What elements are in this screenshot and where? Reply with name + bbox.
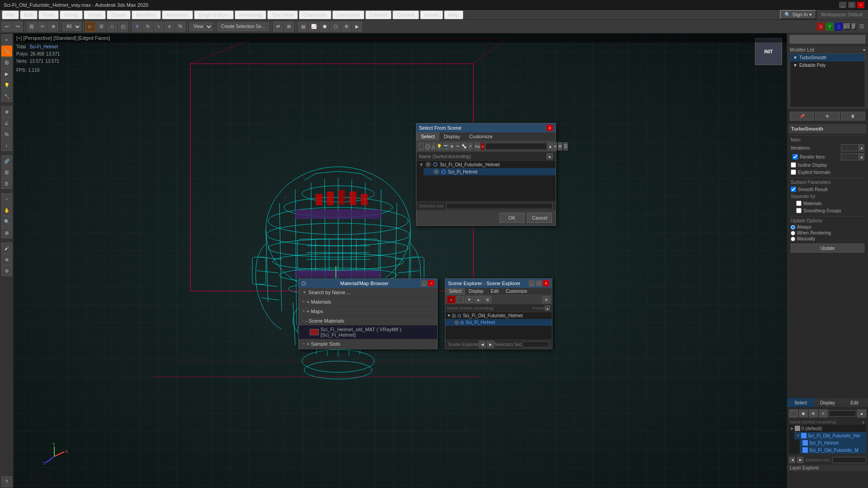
sfs-search-input[interactable] <box>485 143 547 150</box>
select-and-link[interactable]: 🔗 <box>1 155 12 166</box>
sfs-shape-btn[interactable]: △ <box>431 142 435 150</box>
named-selection-sets[interactable]: ☰ <box>1 178 12 189</box>
redo-button[interactable]: ↪ <box>13 22 23 32</box>
se-tab-edit[interactable]: Edit <box>487 288 502 295</box>
se-tab-select[interactable]: Select <box>445 288 465 295</box>
se-footer-btn-2[interactable]: ▶ <box>487 341 494 348</box>
mb-maps-header[interactable]: + + Maps <box>299 307 437 316</box>
sfs-selection-set-input[interactable] <box>446 203 553 209</box>
render-iters-checkbox[interactable] <box>793 154 798 160</box>
se-close-btn[interactable]: × <box>543 280 549 286</box>
se-item-old-futuristic[interactable]: ▼ Sci_Fi_Old_Futuristic_Helmet <box>445 312 552 319</box>
tree-item-sci-fi-helmet[interactable]: Sci_Fi_Helmet <box>800 439 866 446</box>
se-footer-btn-1[interactable]: ◀ <box>479 341 486 348</box>
x-axis-button[interactable]: X <box>816 23 825 31</box>
sfs-xref-btn[interactable]: ↗ <box>468 142 472 150</box>
mb-close-btn[interactable]: × <box>428 280 434 286</box>
rotate-button[interactable]: ↻ <box>143 22 153 32</box>
help-button[interactable]: ? <box>1 476 12 487</box>
object-name-input[interactable]: Sci_Fi_Helmet <box>790 35 865 43</box>
rect-select-button[interactable]: □ <box>107 22 117 32</box>
maximize-button[interactable]: □ <box>848 2 855 8</box>
selection-set-left-arrow[interactable]: ◀ <box>789 457 795 463</box>
tree-item-sci-fi-old[interactable]: ▼ Sci_Fi_Old_Futuristic_Hel <box>794 432 866 439</box>
iterations-input[interactable]: 0 <box>841 144 859 151</box>
make-unique-button[interactable]: ⊕ <box>815 112 840 121</box>
sign-in-button[interactable]: 🔍 Sign In ▾ <box>780 10 816 19</box>
spinner-snap-button[interactable]: ↕ <box>1 140 12 151</box>
sfs-item-helmet[interactable]: Sci_Fi_Helmet <box>424 168 556 175</box>
always-radio[interactable] <box>791 225 795 230</box>
sfs-case-btn[interactable]: Aa <box>474 142 480 150</box>
view-dropdown[interactable]: View <box>189 22 213 31</box>
utilities-panel-button[interactable]: 🔨 <box>1 91 12 102</box>
se-sort-btn[interactable]: ⊕ <box>542 296 550 303</box>
menu-rendering[interactable]: Rendering <box>235 10 267 19</box>
minimize-button[interactable]: _ <box>839 2 846 8</box>
menu-civil-view[interactable]: Civil View <box>267 10 297 19</box>
modifier-editpoly[interactable]: ▼ Editable Poly <box>790 61 865 69</box>
menu-group[interactable]: Group <box>60 10 83 19</box>
sfs-geo-btn[interactable]: ◯ <box>425 142 430 150</box>
menu-interactive[interactable]: Content <box>365 10 392 19</box>
se-item-helmet[interactable]: Sci_Fi_Helmet <box>445 319 552 326</box>
menu-animation[interactable]: Animation <box>162 10 193 19</box>
menu-customize[interactable]: Customize <box>299 10 331 19</box>
material-editor-button[interactable]: ⬡ <box>330 22 340 32</box>
window-cross-button[interactable]: ◰ <box>118 22 128 32</box>
filter-search[interactable] <box>829 410 856 417</box>
mb-sample-slots-header[interactable]: + + Sample Slots <box>299 339 437 348</box>
sfs-light-btn[interactable]: 💡 <box>436 142 442 150</box>
scale-button[interactable]: ⤡ <box>154 22 164 32</box>
sfs-close-button[interactable]: × <box>547 125 553 131</box>
orbit-button[interactable]: ○ <box>1 193 12 204</box>
manually-radio[interactable] <box>791 237 795 241</box>
se-selection-set-input[interactable] <box>522 341 549 347</box>
filter-btn-1[interactable]: ⬛ <box>789 409 798 418</box>
se-collapse-btn[interactable]: ▲ <box>474 296 482 303</box>
bind-to-space-warp[interactable]: ⊕ <box>48 22 58 32</box>
sfs-sort-btn[interactable]: ▲ <box>548 142 553 150</box>
filter-btn-3[interactable]: ⊕ <box>809 409 818 418</box>
menu-views[interactable]: Views <box>84 10 106 19</box>
menu-create[interactable]: Create <box>107 10 131 19</box>
se-tab-display[interactable]: Display <box>465 288 487 295</box>
unlink-button[interactable]: ✂ <box>38 22 47 32</box>
zoom-extents-button[interactable]: ⊞ <box>1 227 12 238</box>
filter-btn-4[interactable]: ≡ <box>819 409 828 418</box>
percent-snap-button[interactable]: % <box>175 22 185 32</box>
viewport-canvas[interactable]: INIT X Y Z <box>14 33 787 488</box>
angle-snap-button[interactable]: ∠ <box>1 117 12 128</box>
select-by-name-button[interactable]: ☰ <box>96 22 106 32</box>
sfs-cancel-button[interactable]: Cancel <box>527 213 552 223</box>
remove-modifier-button[interactable]: 🗑 <box>841 112 865 121</box>
close-button[interactable]: × <box>857 2 864 8</box>
sfs-spacewarp-btn[interactable]: 〜 <box>455 142 460 150</box>
y-axis-button[interactable]: Y <box>826 23 834 31</box>
select-tab-btn[interactable]: Select <box>787 398 814 407</box>
mb-materials-header[interactable]: + + Materials <box>299 297 437 306</box>
sfs-all-btn[interactable]: ⬛ <box>418 142 424 150</box>
edit-tab-btn[interactable]: Edit <box>841 398 868 407</box>
render-iters-input[interactable]: 2 <box>841 153 859 160</box>
z-axis-button[interactable]: Z <box>835 23 843 31</box>
coord-system-button[interactable]: ∇ <box>852 23 856 30</box>
menu-scripting[interactable]: Interactive <box>332 10 364 19</box>
motion-panel-button[interactable]: ▶ <box>1 68 12 79</box>
sculpt-button[interactable]: ⊛ <box>1 254 12 265</box>
se-tab-customize[interactable]: Customize <box>502 288 531 295</box>
schematic-view-button[interactable]: ⬢ <box>320 22 330 32</box>
curve-editor-button[interactable]: 📈 <box>309 22 319 32</box>
sfs-display-btn[interactable]: ≡ <box>554 142 557 150</box>
create-selection-button[interactable]: Create Selection Se... <box>217 22 269 31</box>
se-expand-btn[interactable]: ▼ <box>465 296 473 303</box>
mb-scene-materials-header[interactable]: - - Scene Materials <box>299 316 437 325</box>
iterations-up[interactable]: ▲ <box>859 144 864 151</box>
modifier-turbos[interactable]: ▼ TurboSmooth <box>790 54 865 61</box>
update-button[interactable]: Update <box>791 244 864 253</box>
menu-modifiers[interactable]: Modifiers <box>132 10 161 19</box>
menu-file[interactable]: File <box>2 10 19 19</box>
sfs-filter-x-btn[interactable]: × <box>481 143 484 150</box>
hierarchy-panel-button[interactable]: ⛓ <box>1 57 12 68</box>
se-filter-btn-2[interactable]: ⬛ <box>456 296 464 303</box>
